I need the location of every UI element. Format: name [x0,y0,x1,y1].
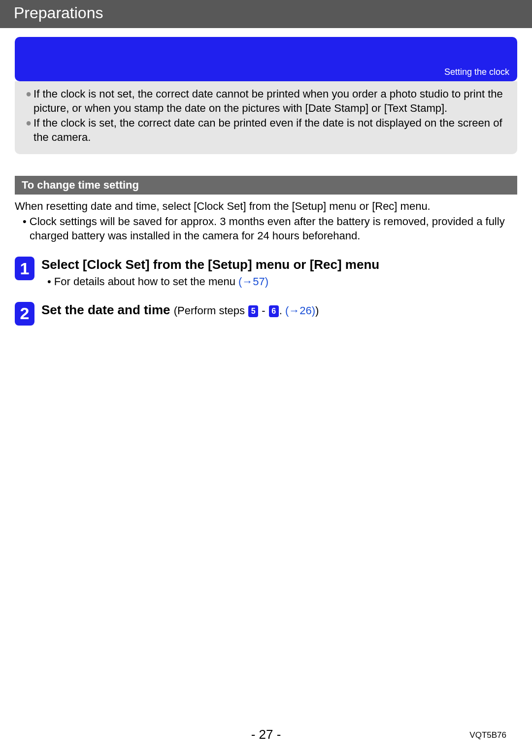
note-item: ● If the clock is not set, the correct d… [26,87,506,115]
bullet-icon: ● [26,116,32,130]
page-link[interactable]: (→26) [285,304,315,317]
note-item: ● If the clock is set, the correct date … [26,116,506,144]
bullet-icon: ● [26,87,32,100]
step-number-badge: 1 [15,257,34,280]
document-code: VQT5B76 [469,730,506,740]
intro-bullet-text: Clock settings will be saved for approx.… [30,215,505,242]
step-title-main: Set the date and time [41,302,174,317]
intro-bullet: • Clock settings will be saved for appro… [23,215,517,243]
step-1: 1 Select [Clock Set] from the [Setup] me… [15,257,517,288]
note-text: If the clock is not set, the correct dat… [33,87,506,115]
step-detail: • For details about how to set the menu … [47,275,517,288]
step-title: Set the date and time (Perform steps 5 -… [41,302,517,319]
inline-step-badge: 6 [269,305,279,317]
chapter-header: Preparations [0,0,532,28]
note-box: ● If the clock is not set, the correct d… [15,81,517,154]
page-link[interactable]: (→57) [238,275,268,288]
intro-text: When resetting date and time, select [Cl… [15,199,517,214]
step-content: Set the date and time (Perform steps 5 -… [41,302,517,319]
step-detail-text: • For details about how to set the menu [47,275,238,288]
inline-step-badge: 5 [248,305,258,317]
topic-label: Setting the clock [444,67,509,77]
page-number: - 27 - [0,727,532,742]
step-number-badge: 2 [15,302,34,326]
step-2: 2 Set the date and time (Perform steps 5… [15,302,517,326]
note-text: If the clock is set, the correct date ca… [33,116,506,144]
section-title: To change time setting [22,179,139,191]
section-heading: To change time setting [15,176,517,195]
chapter-title: Preparations [14,4,103,22]
step-title-sub: (Perform steps 5 - 6. (→26)) [174,304,319,317]
step-content: Select [Clock Set] from the [Setup] menu… [41,257,517,288]
step-title: Select [Clock Set] from the [Setup] menu… [41,257,517,273]
topic-banner: Setting the clock [15,37,517,81]
